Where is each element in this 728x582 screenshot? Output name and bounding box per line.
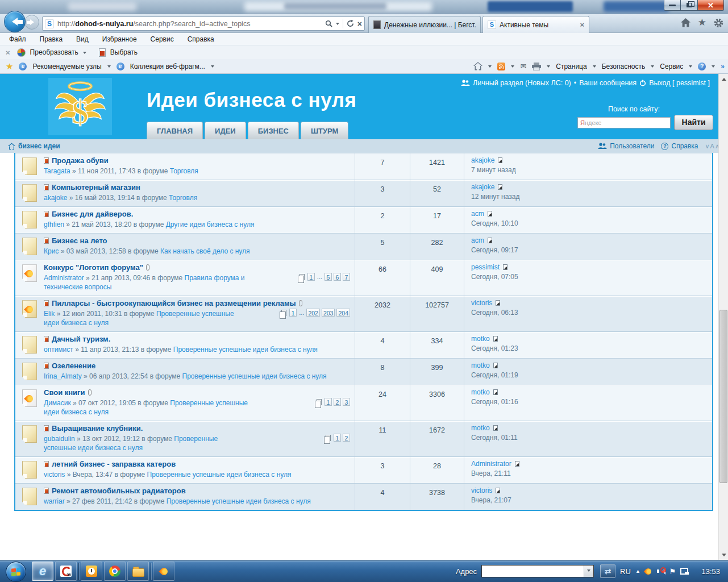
show-hidden-icons-button[interactable]: ▲ <box>635 568 640 574</box>
faq-link[interactable]: Справка <box>671 142 698 150</box>
convert-button[interactable]: Преобразовать <box>30 48 78 56</box>
author-link[interactable]: Elik <box>44 310 55 318</box>
browser-tab[interactable]: Денежные иллюзии... | Бегст... <box>368 16 481 33</box>
topic-page-link[interactable]: 2 <box>343 434 350 442</box>
home-button-icon[interactable] <box>473 62 482 70</box>
convert-dropdown-icon[interactable] <box>83 52 86 56</box>
search-dropdown-icon[interactable] <box>336 23 339 27</box>
close-button[interactable]: ✕ <box>697 0 724 11</box>
goto-last-post-icon[interactable] <box>496 300 500 306</box>
goto-last-post-icon[interactable] <box>488 211 492 217</box>
restore-button[interactable] <box>681 0 697 11</box>
author-link[interactable]: оптимист <box>44 346 73 354</box>
author-link[interactable]: Димасик <box>44 399 71 407</box>
forum-link[interactable]: Проверенные успешные идеи бизнеса с нуля <box>44 310 234 327</box>
page-dropdown-icon[interactable] <box>593 65 596 69</box>
new-posts-icon[interactable] <box>44 211 49 217</box>
scroll-up-button[interactable] <box>719 74 728 84</box>
members-link[interactable]: Пользователи <box>610 142 654 150</box>
page-menu[interactable]: Страница <box>556 63 586 70</box>
feeds-dropdown-icon[interactable] <box>511 65 514 69</box>
tray-flame-icon[interactable] <box>644 567 653 576</box>
breadcrumb-link[interactable]: бизнес идеи <box>18 142 60 150</box>
goto-last-post-icon[interactable] <box>503 264 507 270</box>
last-post-author-link[interactable]: victoris <box>471 487 492 494</box>
taskbar-clock-app-button[interactable] <box>81 562 102 581</box>
last-post-author-link[interactable]: akajoke <box>471 183 494 191</box>
topic-title-link[interactable]: Озеленение <box>52 361 95 370</box>
topic-page-link[interactable]: 204 <box>336 309 350 317</box>
select-button[interactable]: Выбрать <box>110 48 138 56</box>
last-post-author-link[interactable]: pessimist <box>471 263 500 271</box>
safety-menu[interactable]: Безопасность <box>602 63 646 70</box>
topic-page-link[interactable]: 7 <box>343 273 350 281</box>
search-icon[interactable] <box>325 20 332 27</box>
forum-link[interactable]: Другие идеи бизнеса с нуля <box>166 221 255 228</box>
address-go-button[interactable]: ⇄ <box>600 564 615 578</box>
goto-last-post-icon[interactable] <box>515 461 519 467</box>
topic-title-link[interactable]: Продажа обуви <box>52 156 109 165</box>
topic-page-link[interactable]: 203 <box>322 309 335 317</box>
print-icon[interactable] <box>532 63 541 70</box>
topic-page-link[interactable]: 1 <box>325 398 332 406</box>
forum-link[interactable]: Проверенные успешные идеи бизнеса с нуля <box>44 399 248 416</box>
topic-page-link[interactable]: 1 <box>334 434 341 442</box>
topic-title-link[interactable]: Дачный туризм. <box>52 335 110 343</box>
taskbar-explorer-button[interactable] <box>127 562 149 581</box>
last-post-author-link[interactable]: motko <box>471 361 490 369</box>
refresh-icon[interactable] <box>347 20 354 27</box>
minimize-button[interactable] <box>664 0 681 11</box>
safety-dropdown-icon[interactable] <box>651 65 654 69</box>
last-post-author-link[interactable]: motko <box>471 388 490 396</box>
language-indicator[interactable]: RU <box>620 567 631 576</box>
forward-button[interactable] <box>24 15 39 30</box>
topic-page-link[interactable]: 202 <box>306 309 320 317</box>
topic-page-link[interactable]: 2 <box>334 398 341 406</box>
author-link[interactable]: Irina_Almaty <box>44 372 82 380</box>
add-favorite-star-icon[interactable]: ★ <box>6 61 13 72</box>
action-center-flag-icon[interactable]: ⚑ <box>669 567 676 576</box>
network-icon[interactable] <box>680 568 689 575</box>
forum-link[interactable]: Проверенные успешные идеи бизнеса с нуля <box>167 497 311 505</box>
back-button[interactable] <box>4 11 26 32</box>
goto-last-post-icon[interactable] <box>496 488 500 493</box>
goto-last-post-icon[interactable] <box>488 238 492 243</box>
page-scrollbar[interactable] <box>718 74 728 560</box>
tab-close-icon[interactable]: × <box>580 20 584 29</box>
dropdown-icon[interactable] <box>107 65 111 69</box>
gear-icon[interactable] <box>714 18 723 28</box>
topic-page-link[interactable]: 1 <box>307 273 315 281</box>
last-post-author-link[interactable]: Administrator <box>471 460 511 468</box>
goto-last-post-icon[interactable] <box>498 157 502 163</box>
nav-tab[interactable]: ГЛАВНАЯ <box>147 122 203 139</box>
taskbar-calendar-app-button[interactable] <box>55 562 77 581</box>
author-link[interactable]: warriar <box>44 497 65 505</box>
dropdown-icon[interactable] <box>211 65 214 69</box>
topic-page-link[interactable]: 1 <box>289 309 297 317</box>
help-dropdown-icon[interactable] <box>712 65 715 69</box>
goto-last-post-icon[interactable] <box>493 425 498 431</box>
last-post-author-link[interactable]: acm <box>471 236 484 244</box>
address-dropdown-button[interactable] <box>584 566 593 577</box>
help-icon[interactable]: ? <box>698 63 706 70</box>
read-mail-icon[interactable]: ✉ <box>520 62 526 70</box>
topic-title-link[interactable]: Свои книги <box>44 388 85 397</box>
personal-section-link[interactable]: Личный раздел (Новых ЛС: 0) <box>473 79 571 87</box>
goto-last-post-icon[interactable] <box>498 184 502 190</box>
volume-muted-icon[interactable] <box>656 567 665 576</box>
taskbar-flame-app-button[interactable] <box>153 562 174 581</box>
nav-tab[interactable]: ИДЕИ <box>205 122 246 139</box>
scroll-down-button[interactable] <box>719 550 728 560</box>
print-dropdown-icon[interactable] <box>547 65 550 69</box>
new-posts-icon[interactable] <box>44 336 49 342</box>
author-link[interactable]: victoris <box>44 471 65 479</box>
new-posts-icon[interactable] <box>44 425 49 431</box>
site-search-input[interactable] <box>578 118 670 128</box>
new-posts-icon[interactable] <box>44 238 49 244</box>
forum-link[interactable]: Проверенные успешные идеи бизнеса с нуля <box>147 471 292 479</box>
last-post-author-link[interactable]: akajoke <box>471 156 494 164</box>
topic-page-link[interactable]: 6 <box>334 273 341 281</box>
topic-title-link[interactable]: Компьютерный магазин <box>52 183 140 192</box>
topic-page-link[interactable]: 3 <box>343 398 350 406</box>
tools-dropdown-icon[interactable] <box>689 65 692 69</box>
